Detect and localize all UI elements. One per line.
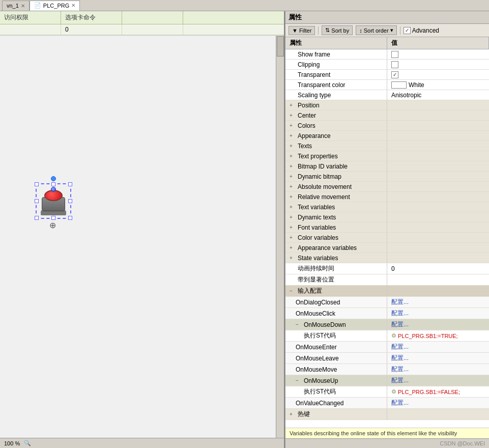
- handle-tl[interactable]: [35, 182, 39, 186]
- prop-on-mouse-up-name[interactable]: − OnMouseUp: [285, 375, 387, 386]
- prop-colors[interactable]: + Colors: [285, 121, 489, 131]
- sort-by-button[interactable]: ⇅ Sort by: [322, 25, 353, 35]
- prop-bitmap-id-name[interactable]: + Bitmap ID variable: [285, 161, 387, 171]
- handle-tr[interactable]: [68, 182, 72, 186]
- prop-on-mouse-down[interactable]: − OnMouseDown 配置...: [285, 319, 489, 330]
- on-value-changed-link[interactable]: 配置...: [391, 399, 409, 407]
- on-mouse-enter-link[interactable]: 配置...: [391, 343, 409, 351]
- tab-plcprg-close[interactable]: ✕: [71, 3, 75, 8]
- prop-relative-movement[interactable]: + Relative movement: [285, 192, 489, 202]
- prop-text-properties[interactable]: + Text properties: [285, 151, 489, 161]
- prop-bring-to-pos-value[interactable]: [387, 274, 489, 285]
- vertical-scrollbar[interactable]: [276, 36, 284, 438]
- text-properties-expand-icon[interactable]: +: [290, 153, 296, 159]
- on-mouse-click-link[interactable]: 配置...: [391, 309, 409, 318]
- colors-expand-icon[interactable]: +: [290, 123, 296, 128]
- handle-br[interactable]: [68, 216, 72, 220]
- canvas-area[interactable]: ⊕ 100 % 🔍: [0, 36, 284, 448]
- prop-font-variables[interactable]: + Font variables: [285, 222, 489, 233]
- texts-expand-icon[interactable]: +: [290, 143, 296, 149]
- props-table[interactable]: 属性 值 Show frame Clipping: [285, 37, 489, 428]
- prop-dynamic-bitmap[interactable]: + Dynamic bitmap: [285, 172, 489, 182]
- prop-exec-st-2-value[interactable]: ⚙ PLC_PRG.SB1:=FALSE;: [387, 386, 489, 397]
- prop-dynamic-texts[interactable]: + Dynamic texts: [285, 212, 489, 222]
- prop-text-variables-name[interactable]: + Text variables: [285, 202, 387, 212]
- position-expand-icon[interactable]: +: [290, 102, 296, 108]
- canvas-component[interactable]: ⊕: [36, 183, 71, 219]
- prop-on-mouse-enter-value[interactable]: 配置...: [387, 342, 489, 352]
- bitmap-id-expand-icon[interactable]: +: [290, 163, 296, 169]
- prop-center-name[interactable]: + Center: [285, 110, 387, 120]
- prop-color-variables[interactable]: + Color variables: [285, 233, 489, 243]
- prop-state-variables-name[interactable]: + State variables: [285, 253, 387, 263]
- sort-order-button[interactable]: ↕ Sort order ▾: [356, 25, 396, 35]
- prop-anim-duration-value[interactable]: 0: [387, 263, 489, 274]
- input-config-expand-icon[interactable]: −: [290, 288, 296, 294]
- on-mouse-move-link[interactable]: 配置...: [391, 365, 409, 374]
- prop-texts-name[interactable]: + Texts: [285, 141, 387, 151]
- text-variables-expand-icon[interactable]: +: [290, 204, 296, 210]
- prop-texts[interactable]: + Texts: [285, 141, 489, 151]
- prop-appearance-name[interactable]: + Appearance: [285, 131, 387, 141]
- prop-scaling-type-value[interactable]: Anisotropic: [387, 90, 489, 100]
- advanced-checkbox[interactable]: ✓: [404, 27, 411, 34]
- state-variables-expand-icon[interactable]: +: [290, 255, 296, 261]
- prop-clipping-value[interactable]: [387, 60, 489, 69]
- zoom-icon-btn[interactable]: 🔍: [24, 440, 31, 446]
- prop-on-mouse-move-value[interactable]: 配置...: [387, 364, 489, 375]
- on-mouse-down-link[interactable]: 配置...: [391, 320, 409, 329]
- prop-relative-movement-name[interactable]: + Relative movement: [285, 192, 387, 202]
- show-frame-checkbox[interactable]: [391, 51, 398, 58]
- transparent-checkbox[interactable]: ✓: [391, 71, 398, 78]
- prop-on-value-changed-value[interactable]: 配置...: [387, 398, 489, 408]
- scrollbar-thumb-v[interactable]: [277, 36, 284, 57]
- prop-on-mouse-up[interactable]: − OnMouseUp 配置...: [285, 375, 489, 386]
- tab-plcprg[interactable]: 📄 PLC_PRG ✕: [30, 1, 80, 11]
- prop-appearance[interactable]: + Appearance: [285, 131, 489, 141]
- tab-vn1[interactable]: vn_1 ✕: [2, 1, 30, 11]
- filter-button[interactable]: ▼ Filter: [289, 26, 315, 35]
- prop-absolute-movement[interactable]: + Absolute movement: [285, 182, 489, 192]
- color-swatch-transparent[interactable]: [391, 81, 407, 89]
- center-expand-icon[interactable]: +: [290, 113, 296, 118]
- prop-input-config-name[interactable]: − 输入配置: [285, 286, 387, 296]
- prop-font-variables-name[interactable]: + Font variables: [285, 222, 387, 232]
- tab-vn1-close[interactable]: ✕: [21, 3, 25, 9]
- prop-absolute-movement-name[interactable]: + Absolute movement: [285, 182, 387, 191]
- handle-mr[interactable]: [68, 199, 72, 203]
- on-mouse-up-link[interactable]: 配置...: [391, 376, 409, 385]
- handle-rotate[interactable]: [51, 176, 56, 181]
- prop-bitmap-id[interactable]: + Bitmap ID variable: [285, 161, 489, 172]
- relative-movement-expand-icon[interactable]: +: [290, 194, 296, 200]
- on-mouse-up-expand-icon[interactable]: −: [296, 378, 302, 383]
- hotkeys-expand-icon[interactable]: +: [290, 411, 296, 417]
- prop-transparent-color-value[interactable]: White: [387, 80, 489, 90]
- appearance-expand-icon[interactable]: +: [290, 133, 296, 138]
- prop-center[interactable]: + Center: [285, 110, 489, 121]
- prop-appearance-variables[interactable]: + Appearance variables: [285, 243, 489, 253]
- dynamic-texts-expand-icon[interactable]: +: [290, 214, 296, 220]
- font-variables-expand-icon[interactable]: +: [290, 225, 296, 230]
- prop-dynamic-texts-name[interactable]: + Dynamic texts: [285, 212, 387, 222]
- prop-state-variables[interactable]: + State variables: [285, 253, 489, 263]
- prop-transparent-value[interactable]: ✓: [387, 70, 489, 79]
- add-component-icon[interactable]: ⊕: [49, 220, 56, 230]
- prop-colors-name[interactable]: + Colors: [285, 121, 387, 130]
- handle-bc[interactable]: [51, 216, 55, 220]
- absolute-movement-expand-icon[interactable]: +: [290, 184, 296, 189]
- prop-show-frame-value[interactable]: [387, 49, 489, 59]
- prop-hotkeys[interactable]: + 热键: [285, 409, 489, 420]
- prop-on-mouse-up-value[interactable]: 配置...: [387, 375, 489, 386]
- prop-on-mouse-leave-value[interactable]: 配置...: [387, 353, 489, 363]
- on-mouse-down-expand-icon[interactable]: −: [296, 322, 302, 327]
- prop-dynamic-bitmap-name[interactable]: + Dynamic bitmap: [285, 172, 387, 181]
- on-mouse-leave-link[interactable]: 配置...: [391, 354, 409, 362]
- prop-on-mouse-down-value[interactable]: 配置...: [387, 319, 489, 330]
- on-dialog-closed-link[interactable]: 配置...: [391, 298, 409, 306]
- color-variables-expand-icon[interactable]: +: [290, 235, 296, 240]
- prop-on-dialog-closed-value[interactable]: 配置...: [387, 297, 489, 307]
- prop-on-mouse-click-value[interactable]: 配置...: [387, 308, 489, 319]
- handle-bl[interactable]: [35, 216, 39, 220]
- prop-text-properties-name[interactable]: + Text properties: [285, 151, 387, 161]
- component-box[interactable]: [36, 183, 71, 219]
